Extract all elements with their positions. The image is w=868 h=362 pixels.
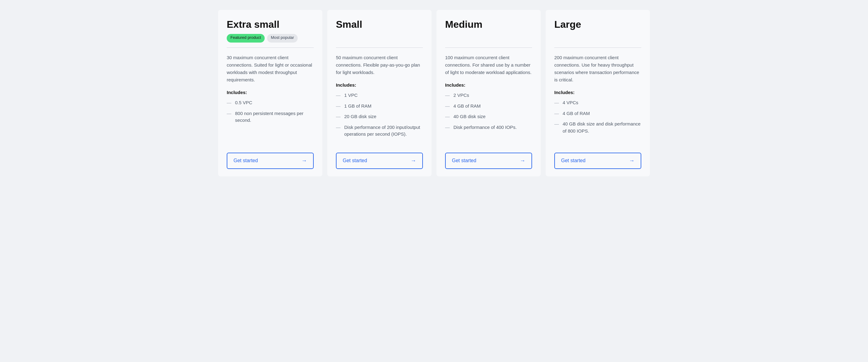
card-divider (554, 47, 641, 48)
card-footer-large: Get started→ (554, 148, 641, 169)
card-footer-medium: Get started→ (445, 148, 532, 169)
get-started-label: Get started (343, 158, 367, 163)
card-badges-extra-small: Featured productMost popular (227, 34, 314, 42)
card-medium: Medium100 maximum concurrent client conn… (436, 10, 541, 176)
card-includes-label-small: Includes: (336, 82, 423, 88)
card-badges-medium (445, 34, 532, 42)
card-includes-label-large: Includes: (554, 90, 641, 95)
list-item: 4 GB of RAM (445, 103, 532, 110)
list-item: 1 VPC (336, 92, 423, 99)
card-small: Small50 maximum concurrent client connec… (327, 10, 432, 176)
list-item: 4 GB of RAM (554, 110, 641, 117)
card-footer-small: Get started→ (336, 148, 423, 169)
list-item: 40 GB disk size (445, 113, 532, 120)
badge-featured: Featured product (227, 34, 265, 42)
list-item: 0.5 VPC (227, 99, 314, 106)
card-divider (445, 47, 532, 48)
card-footer-extra-small: Get started→ (227, 148, 314, 169)
get-started-label: Get started (234, 158, 258, 163)
card-title-large: Large (554, 19, 641, 30)
card-description-extra-small: 30 maximum concurrent client connections… (227, 54, 314, 84)
arrow-right-icon: → (410, 158, 416, 164)
pricing-cards: Extra smallFeatured productMost popular3… (218, 10, 650, 176)
badge-popular: Most popular (267, 34, 298, 42)
card-features-small: 1 VPC1 GB of RAM20 GB disk sizeDisk perf… (336, 92, 423, 141)
card-divider (227, 47, 314, 48)
list-item: 1 GB of RAM (336, 103, 423, 110)
get-started-button-extra-small[interactable]: Get started→ (227, 153, 314, 169)
card-features-extra-small: 0.5 VPC800 non persistent messages per s… (227, 99, 314, 128)
card-description-small: 50 maximum concurrent client connections… (336, 54, 423, 76)
card-description-large: 200 maximum concurrent client connection… (554, 54, 641, 84)
card-badges-large (554, 34, 641, 42)
list-item: 800 non persistent messages per second. (227, 110, 314, 124)
arrow-right-icon: → (301, 158, 307, 164)
list-item: 40 GB disk size and disk performance of … (554, 121, 641, 134)
card-large: Large200 maximum concurrent client conne… (546, 10, 650, 176)
card-includes-label-extra-small: Includes: (227, 90, 314, 95)
card-includes-label-medium: Includes: (445, 82, 532, 88)
list-item: Disk performance of 200 input/output ope… (336, 124, 423, 138)
card-extra-small: Extra smallFeatured productMost popular3… (218, 10, 322, 176)
card-badges-small (336, 34, 423, 42)
list-item: 20 GB disk size (336, 113, 423, 120)
arrow-right-icon: → (520, 158, 525, 164)
card-features-large: 4 VPCs4 GB of RAM40 GB disk size and dis… (554, 99, 641, 138)
list-item: 4 VPCs (554, 99, 641, 106)
list-item: 2 VPCs (445, 92, 532, 99)
card-title-extra-small: Extra small (227, 19, 314, 30)
get-started-button-medium[interactable]: Get started→ (445, 153, 532, 169)
arrow-right-icon: → (629, 158, 634, 164)
get-started-button-large[interactable]: Get started→ (554, 153, 641, 169)
card-title-small: Small (336, 19, 423, 30)
card-description-medium: 100 maximum concurrent client connection… (445, 54, 532, 76)
card-title-medium: Medium (445, 19, 532, 30)
get-started-label: Get started (452, 158, 476, 163)
get-started-label: Get started (561, 158, 585, 163)
get-started-button-small[interactable]: Get started→ (336, 153, 423, 169)
card-features-medium: 2 VPCs4 GB of RAM40 GB disk sizeDisk per… (445, 92, 532, 134)
list-item: Disk performance of 400 IOPs. (445, 124, 532, 131)
card-divider (336, 47, 423, 48)
